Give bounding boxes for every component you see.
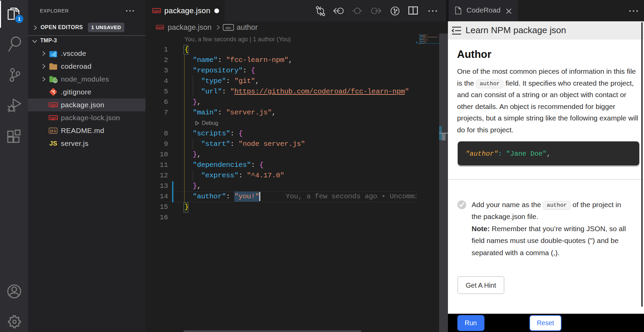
svg-text:M: M <box>50 129 53 133</box>
svg-text:js: js <box>54 80 56 83</box>
svg-text:npm: npm <box>157 26 163 29</box>
svg-text:npm: npm <box>50 116 56 119</box>
svg-text:abc: abc <box>225 26 232 30</box>
svg-text:npm: npm <box>153 9 160 13</box>
svg-text:npm: npm <box>50 103 56 107</box>
